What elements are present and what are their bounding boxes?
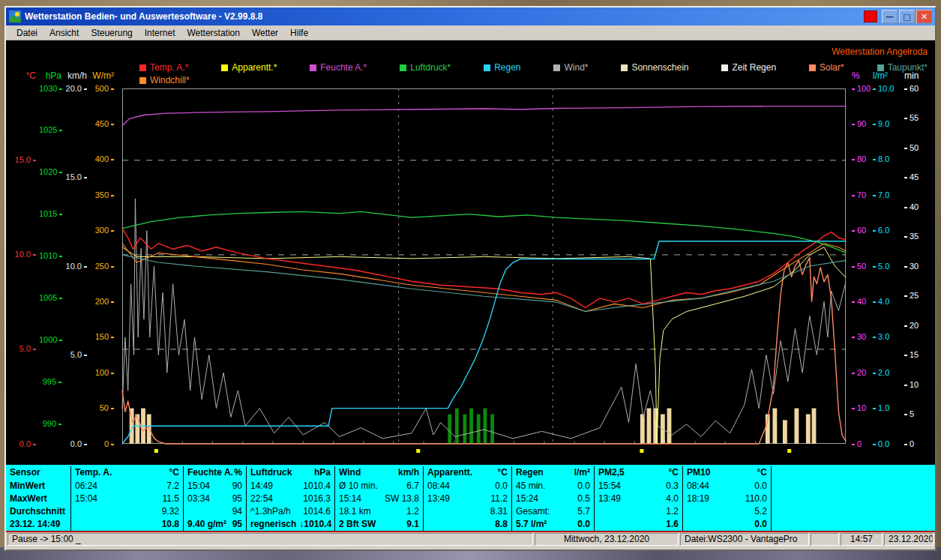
axis-tick-label: 3.0 bbox=[873, 332, 898, 342]
menu-item-datei[interactable]: Datei bbox=[10, 26, 43, 40]
axis-tick-label: 15 bbox=[904, 350, 925, 360]
status-weekday-date: Mittwoch, 23.12.2020 bbox=[535, 533, 679, 546]
axis-tick-label: 0 bbox=[852, 439, 871, 449]
table-row-label: MaxWert bbox=[6, 493, 70, 505]
table-header-sensor: Sensor bbox=[6, 466, 70, 480]
axis-tick-label: 15.0 bbox=[63, 172, 87, 182]
axis-tick-label: 90 bbox=[852, 119, 871, 129]
axis-tick-label: 5.0 bbox=[873, 262, 898, 271]
table-cell: Gesamt:5.7 bbox=[512, 505, 594, 518]
menu-item-wetter[interactable]: Wetter bbox=[246, 26, 284, 40]
legend-swatch bbox=[139, 77, 146, 84]
menu-item-wetterstation[interactable]: Wetterstation bbox=[181, 26, 245, 40]
axis-tick-label: 150 bbox=[88, 332, 114, 342]
menu-item-internet[interactable]: Internet bbox=[139, 26, 181, 40]
axis-tick-label: 9.0 bbox=[873, 119, 898, 129]
table-cell: 13:494.0 bbox=[595, 493, 682, 505]
axis-tick-label: 500 bbox=[88, 84, 114, 94]
legend-item-apparentt[interactable]: Apparentt.* bbox=[221, 62, 277, 73]
chart-legend-row2: Windchill* bbox=[139, 75, 190, 85]
axis-tick-label: 10.0 bbox=[10, 250, 36, 259]
axis-tick-label: 400 bbox=[88, 154, 114, 164]
table-cell: 18:19110.0 bbox=[683, 493, 771, 505]
axis-tick-label: 1010 bbox=[39, 251, 61, 261]
axis-unit-label: l/m² bbox=[873, 70, 898, 81]
axis-tick-label: 5 bbox=[904, 409, 925, 419]
chart-region: Wetterstation Angelroda Temp. A.*Apparen… bbox=[6, 40, 935, 465]
table-column-header: Windkm/h bbox=[335, 466, 423, 480]
table-cell: regnerisch↓1010.4 bbox=[247, 518, 334, 531]
legend-item-regen[interactable]: Regen bbox=[484, 62, 520, 73]
menu-item-ansicht[interactable]: Ansicht bbox=[43, 26, 85, 40]
legend-swatch bbox=[484, 64, 490, 71]
status-file: Datei:WS2300 - VantagePro bbox=[680, 533, 809, 546]
legend-label: Apparentt.* bbox=[232, 62, 277, 73]
axis-tick-label: 995 bbox=[39, 377, 61, 387]
table-cell: 1.6 bbox=[595, 518, 682, 531]
legend-item-windchill[interactable]: Windchill* bbox=[139, 75, 190, 85]
table-column-header: Temp. A.°C bbox=[71, 466, 183, 480]
table-row-label: 23.12. 14:49 bbox=[6, 518, 70, 531]
table-column-header: LuftdruckhPa bbox=[247, 466, 334, 480]
status-date: 23.12.2020 bbox=[884, 533, 934, 546]
table-column-header: Regenl/m² bbox=[512, 466, 594, 480]
titlebar[interactable]: Wetterstation Bedien- und Auswertesoftwa… bbox=[6, 7, 935, 25]
window-title: Wetterstation Bedien- und Auswertesoftwa… bbox=[25, 11, 262, 22]
weather-chart-plot[interactable] bbox=[122, 88, 846, 456]
axis-temperature: °C15.010.05.00.0 bbox=[10, 40, 36, 465]
axis-tick-label: 60 bbox=[852, 226, 871, 235]
axis-tick-label: 450 bbox=[88, 119, 114, 129]
axis-tick-label: 45 bbox=[904, 172, 925, 182]
legend-label: Feuchte A.* bbox=[320, 62, 367, 73]
table-cell: 14:491010.4 bbox=[247, 480, 334, 493]
table-cell: 45 min.0.0 bbox=[512, 480, 594, 493]
legend-item-luftdruck[interactable]: Luftdruck* bbox=[400, 62, 451, 73]
table-cell: ^1.3hPa/h1014.6 bbox=[247, 505, 334, 518]
legend-item-sonnenschein[interactable]: Sonnenschein bbox=[621, 62, 688, 73]
table-cell: 22:541016.3 bbox=[247, 493, 334, 505]
axis-tick-label: 7.0 bbox=[873, 190, 898, 200]
legend-swatch bbox=[221, 64, 228, 71]
axis-tick-label: 300 bbox=[88, 226, 114, 235]
table-cell: 8.8 bbox=[424, 518, 511, 531]
axis-tick-label: 80 bbox=[852, 154, 871, 164]
axis-tick-label: 990 bbox=[39, 419, 61, 429]
table-column-pm25: PM2,5°C15:540.313:494.01.21.6 bbox=[594, 466, 682, 531]
axis-tick-label: 50 bbox=[88, 403, 114, 413]
axis-tick-label: 35 bbox=[904, 232, 925, 241]
minimize-button[interactable]: — bbox=[882, 10, 898, 23]
axis-tick-label: 250 bbox=[88, 262, 114, 271]
menu-item-hilfe[interactable]: Hilfe bbox=[284, 26, 314, 40]
legend-item-wind[interactable]: Wind* bbox=[553, 62, 588, 73]
axis-unit-label: °C bbox=[10, 70, 36, 81]
table-cell: 15:0490 bbox=[184, 480, 246, 493]
axis-tick-label: 10 bbox=[852, 403, 871, 413]
table-filler bbox=[771, 466, 935, 531]
axis-tick-label: 0 bbox=[904, 439, 925, 449]
axis-tick-label: 20 bbox=[904, 321, 925, 331]
table-column-tempa: Temp. A.°C06:247.215:0411.59.3210.8 bbox=[70, 466, 183, 531]
table-column-pm10: PM10°C08:440.018:19110.05.20.0 bbox=[682, 466, 771, 531]
legend-item-solar[interactable]: Solar* bbox=[809, 62, 844, 73]
legend-label: Regen bbox=[494, 62, 520, 73]
axis-windspeed: km/h20.015.010.05.00.0 bbox=[63, 40, 87, 465]
table-column-luftdruck: LuftdruckhPa14:491010.422:541016.3^1.3hP… bbox=[246, 466, 334, 531]
close-button[interactable]: ✕ bbox=[916, 10, 932, 23]
axis-tick-label: 350 bbox=[88, 190, 114, 200]
chart-legend: Temp. A.*Apparentt.*Feuchte A.*Luftdruck… bbox=[139, 62, 928, 73]
axis-tick-label: 20.0 bbox=[63, 84, 87, 94]
table-cell: 15:0411.5 bbox=[71, 493, 183, 505]
legend-item-tempa[interactable]: Temp. A.* bbox=[139, 62, 188, 73]
menu-item-steuerung[interactable]: Steuerung bbox=[85, 26, 138, 40]
table-column-header: PM2,5°C bbox=[595, 466, 682, 480]
maximize-button[interactable]: □ bbox=[899, 10, 915, 23]
legend-item-zeitregen[interactable]: Zeit Regen bbox=[721, 62, 776, 73]
legend-item-feuchtea[interactable]: Feuchte A.* bbox=[310, 62, 367, 73]
legend-swatch bbox=[310, 64, 316, 71]
axis-tick-label: 40 bbox=[904, 202, 925, 212]
table-cell: 15:240.5 bbox=[512, 493, 594, 505]
table-column-regen: Regenl/m²45 min.0.015:240.5Gesamt:5.75.7… bbox=[511, 466, 594, 531]
axis-tick-label: 200 bbox=[88, 297, 114, 307]
legend-label: Zeit Regen bbox=[732, 62, 776, 73]
table-row-label: Durchschnitt bbox=[6, 505, 70, 518]
